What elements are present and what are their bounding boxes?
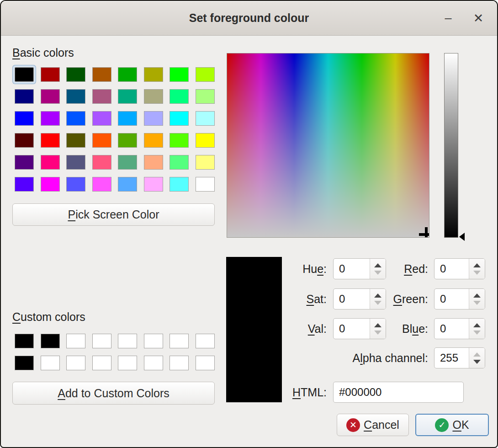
custom-color-swatch[interactable] — [170, 356, 189, 370]
basic-color-swatch[interactable] — [170, 155, 189, 170]
basic-color-swatch[interactable] — [92, 89, 111, 104]
spin-down-icon[interactable] — [473, 331, 481, 335]
spin-down-icon[interactable] — [374, 301, 381, 305]
basic-color-swatch[interactable] — [15, 155, 34, 170]
hue-spinbox[interactable]: 0 — [333, 258, 386, 279]
value-slider[interactable] — [444, 53, 458, 238]
basic-color-swatch[interactable] — [196, 155, 215, 170]
basic-color-swatch[interactable] — [41, 111, 60, 126]
basic-color-swatch[interactable] — [196, 89, 215, 104]
basic-color-swatch[interactable] — [170, 67, 189, 82]
basic-color-swatch[interactable] — [196, 67, 215, 82]
basic-color-swatch[interactable] — [66, 67, 85, 82]
spin-down-icon[interactable] — [473, 360, 481, 364]
val-spinbox[interactable]: 0 — [333, 318, 386, 339]
ok-button[interactable]: ✓ OK — [415, 414, 489, 436]
spin-up-icon[interactable] — [473, 263, 481, 267]
basic-color-swatch[interactable] — [118, 177, 137, 192]
sat-spinbox-value[interactable]: 0 — [334, 289, 370, 309]
red-spinbox[interactable]: 0 — [434, 258, 485, 279]
basic-color-swatch[interactable] — [144, 177, 163, 192]
basic-color-swatch[interactable] — [92, 67, 111, 82]
basic-color-swatch[interactable] — [15, 67, 34, 82]
html-color-input[interactable] — [333, 382, 464, 403]
minimize-button[interactable]: – — [440, 1, 456, 35]
spin-up-icon[interactable] — [374, 293, 381, 298]
basic-color-swatch[interactable] — [118, 89, 137, 104]
basic-color-swatch[interactable] — [144, 111, 163, 126]
basic-color-swatch[interactable] — [196, 177, 215, 192]
custom-color-swatch[interactable] — [118, 356, 137, 370]
custom-color-swatch[interactable] — [196, 334, 215, 348]
custom-color-swatch[interactable] — [66, 356, 85, 370]
custom-color-swatch[interactable] — [144, 334, 163, 348]
custom-color-swatch[interactable] — [15, 334, 34, 348]
custom-color-swatch[interactable] — [196, 356, 215, 370]
green-spinbox-value[interactable]: 0 — [434, 289, 469, 309]
custom-color-swatch[interactable] — [170, 334, 189, 348]
basic-color-swatch[interactable] — [92, 177, 111, 192]
basic-color-swatch[interactable] — [144, 67, 163, 82]
custom-color-swatch[interactable] — [66, 334, 85, 348]
basic-color-swatch[interactable] — [15, 89, 34, 104]
green-spinbox[interactable]: 0 — [434, 288, 485, 309]
basic-color-swatch[interactable] — [15, 133, 34, 148]
spin-down-icon[interactable] — [374, 331, 381, 335]
spin-down-icon[interactable] — [473, 271, 481, 275]
add-to-custom-colors-button[interactable]: Add to Custom Colors — [12, 382, 215, 405]
basic-color-swatch[interactable] — [92, 155, 111, 170]
hue-spinbox-value[interactable]: 0 — [334, 259, 370, 279]
basic-color-swatch[interactable] — [144, 133, 163, 148]
custom-color-swatch[interactable] — [15, 356, 34, 370]
basic-color-swatch[interactable] — [66, 89, 85, 104]
spin-up-icon[interactable] — [374, 323, 381, 327]
alpha-spinbox[interactable]: 255 — [434, 347, 485, 368]
basic-color-swatch[interactable] — [118, 111, 137, 126]
spin-up-icon[interactable] — [473, 323, 481, 327]
custom-color-swatch[interactable] — [144, 356, 163, 370]
spin-up-icon[interactable] — [473, 352, 481, 357]
basic-color-swatch[interactable] — [41, 67, 60, 82]
basic-color-swatch[interactable] — [92, 111, 111, 126]
blue-spinbox-value[interactable]: 0 — [434, 319, 469, 339]
basic-color-swatch[interactable] — [41, 155, 60, 170]
basic-color-swatch[interactable] — [170, 133, 189, 148]
red-spinbox-value[interactable]: 0 — [434, 259, 469, 279]
basic-color-swatch[interactable] — [41, 133, 60, 148]
custom-color-swatch[interactable] — [118, 334, 137, 348]
basic-color-swatch[interactable] — [66, 133, 85, 148]
basic-color-swatch[interactable] — [41, 177, 60, 192]
basic-color-swatch[interactable] — [170, 111, 189, 126]
basic-color-swatch[interactable] — [15, 111, 34, 126]
hue-saturation-picker[interactable] — [227, 53, 429, 238]
basic-color-swatch[interactable] — [92, 133, 111, 148]
basic-color-swatch[interactable] — [196, 133, 215, 148]
basic-color-swatch[interactable] — [170, 177, 189, 192]
basic-color-swatch[interactable] — [170, 89, 189, 104]
basic-color-swatch[interactable] — [196, 111, 215, 126]
basic-color-swatch[interactable] — [41, 89, 60, 104]
basic-color-swatch[interactable] — [118, 133, 137, 148]
blue-spinbox[interactable]: 0 — [434, 318, 485, 339]
basic-color-swatch[interactable] — [118, 67, 137, 82]
sat-spinbox[interactable]: 0 — [333, 288, 386, 309]
custom-color-swatch[interactable] — [41, 334, 60, 348]
spin-up-icon[interactable] — [473, 293, 481, 298]
basic-color-swatch[interactable] — [66, 177, 85, 192]
spin-up-icon[interactable] — [374, 263, 381, 267]
custom-color-swatch[interactable] — [92, 334, 111, 348]
custom-color-swatch[interactable] — [41, 356, 60, 370]
spin-down-icon[interactable] — [374, 271, 381, 275]
val-spinbox-value[interactable]: 0 — [334, 319, 370, 339]
basic-color-swatch[interactable] — [15, 177, 34, 192]
alpha-spinbox-value[interactable]: 255 — [434, 348, 469, 368]
basic-color-swatch[interactable] — [66, 111, 85, 126]
basic-color-swatch[interactable] — [144, 155, 163, 170]
basic-color-swatch[interactable] — [144, 89, 163, 104]
cancel-button[interactable]: ✕ Cancel — [337, 414, 409, 436]
basic-color-swatch[interactable] — [66, 155, 85, 170]
pick-screen-color-button[interactable]: Pick Screen Color — [12, 203, 215, 226]
basic-color-swatch[interactable] — [118, 155, 137, 170]
value-slider-handle-icon[interactable] — [459, 233, 465, 241]
close-button[interactable]: ✕ — [471, 1, 486, 35]
